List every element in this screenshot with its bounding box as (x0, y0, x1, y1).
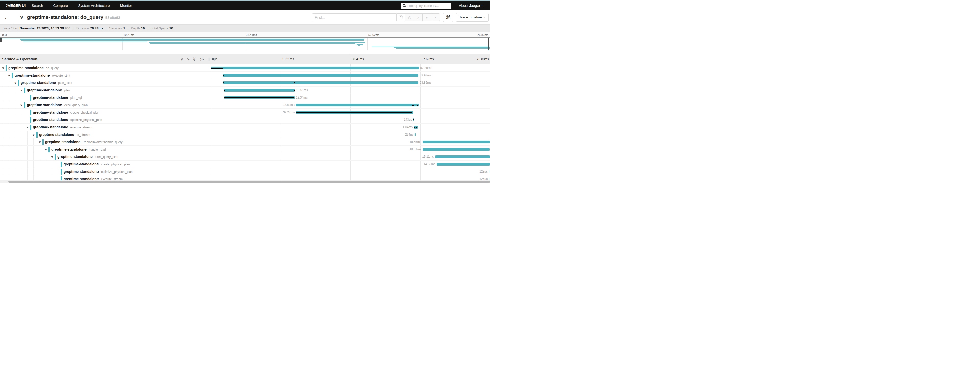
back-button[interactable]: ← (0, 10, 14, 24)
span-collapse-chevron-icon[interactable]: ∨ (51, 153, 54, 161)
span-duration-bar[interactable] (435, 156, 490, 158)
span-duration-bar[interactable] (224, 89, 295, 92)
span-collapse-chevron-icon[interactable]: ∨ (26, 124, 29, 131)
span-service-name[interactable]: greptime-standaloneoptimize_physical_pla… (33, 116, 102, 124)
span-row[interactable]: greptime-standaloneoptimize_physical_pla… (0, 168, 490, 175)
service-operation-title: Service & Operation (2, 57, 38, 61)
minimap-right-scrubber-grip[interactable] (488, 38, 489, 42)
span-service-name[interactable]: greptime-standaloneexecute_stream (64, 175, 123, 180)
span-row[interactable]: greptime-standaloneexecute_stream126μs (0, 175, 490, 180)
indent-guide (3, 116, 3, 123)
nav-link-search[interactable]: Search (32, 3, 43, 8)
find-prev-button[interactable]: ∧ (414, 13, 423, 21)
span-operation-name: exec_query_plan (95, 155, 118, 159)
span-service-name[interactable]: greptime-standaloneexec_query_plan (57, 153, 118, 161)
trace-minimap[interactable] (0, 37, 490, 50)
span-service-name[interactable]: greptime-standaloneexec_query_plan (27, 101, 88, 109)
collapse-one-icon[interactable]: ∨ (180, 57, 183, 61)
minimap-right-scrubber[interactable] (488, 38, 489, 50)
span-collapse-chevron-icon[interactable]: ∨ (20, 101, 23, 109)
nav-link-monitor[interactable]: Monitor (120, 3, 132, 8)
trace-header: ← ∨ greptime-standalone: do_query58c6a62… (0, 10, 490, 24)
horizontal-scrollbar[interactable] (0, 180, 490, 183)
span-collapse-chevron-icon[interactable]: ∨ (38, 138, 41, 146)
span-duration-bar[interactable] (489, 170, 490, 173)
span-collapse-chevron-icon[interactable]: ∨ (2, 64, 5, 72)
navbar-right: About Jaeger ∨ (401, 3, 490, 9)
span-collapse-chevron-icon[interactable]: ∨ (32, 131, 35, 138)
scrollbar-thumb[interactable] (8, 181, 490, 183)
span-duration-bar[interactable] (223, 81, 418, 84)
span-duration-bar[interactable] (489, 178, 490, 180)
span-row[interactable]: ∨greptime-standaloneexec_query_plan15.11… (0, 153, 490, 161)
span-service-name[interactable]: greptime-standalonedo_query (8, 64, 59, 72)
span-collapse-chevron-icon[interactable]: ∨ (8, 72, 11, 79)
span-service-name[interactable]: greptime-standaloneto_stream (39, 131, 90, 138)
indent-guide (9, 79, 9, 86)
span-duration-bar[interactable] (423, 148, 490, 151)
span-collapse-chevron-icon[interactable]: ∨ (14, 79, 17, 86)
span-operation-name: handle_read (89, 148, 106, 151)
minimap-spacer (0, 50, 490, 54)
expand-one-icon[interactable]: ∨ (186, 58, 190, 61)
span-service-name[interactable]: greptime-standalonecreate_physical_plan (64, 161, 130, 168)
span-row[interactable]: ∨greptime-standaloneRegionInvoker::handl… (0, 138, 490, 146)
span-row[interactable]: ∨greptime-standalonehandle_read18.51ms (0, 146, 490, 153)
keyboard-shortcuts-button[interactable]: ⌘ (443, 13, 453, 22)
nav-link-system-architecture[interactable]: System Architecture (78, 3, 110, 8)
minimap-left-scrubber-grip[interactable] (0, 38, 2, 42)
span-row[interactable]: greptime-standaloneoptimize_physical_pla… (0, 116, 490, 124)
span-row[interactable]: ∨greptime-standaloneexecute_stream1.04ms (0, 124, 490, 131)
indent-guide (46, 168, 46, 175)
span-service-name[interactable]: greptime-standaloneoptimize_physical_pla… (64, 168, 133, 176)
span-service-name[interactable]: greptime-standaloneRegionInvoker::handle… (45, 138, 123, 146)
span-row[interactable]: ∨greptime-standaloneexecute_stmt53.93ms (0, 72, 490, 79)
about-jaeger-menu[interactable]: About Jaeger ∨ (459, 3, 484, 8)
jaeger-logo[interactable]: JAEGER UI (0, 3, 32, 8)
minimap-left-scrubber[interactable] (1, 38, 1, 50)
span-service-name[interactable]: greptime-standalonehandle_read (51, 146, 106, 153)
span-duration-bar[interactable] (437, 163, 490, 165)
span-row[interactable]: ∨greptime-standaloneexec_query_plan33.89… (0, 101, 490, 109)
span-row[interactable]: greptime-standalonecreate_physical_plan1… (0, 161, 490, 168)
collapse-all-icon[interactable]: ≫ (193, 57, 197, 61)
span-operation-name: execute_stream (70, 126, 92, 129)
span-duration-bar[interactable] (223, 74, 418, 77)
service-color-bar (30, 110, 32, 115)
span-collapse-chevron-icon[interactable]: ∨ (20, 86, 23, 94)
critical-path-segment (223, 83, 224, 84)
find-focus-button[interactable]: ◎ (405, 13, 414, 21)
column-resize-grip[interactable]: || (208, 57, 210, 61)
meta-label: Duration (76, 26, 89, 30)
span-row[interactable]: ∨greptime-standaloneto_stream264μs (0, 131, 490, 138)
span-duration-bar[interactable] (423, 141, 490, 143)
span-service-name[interactable]: greptime-standalonecreate_physical_plan (33, 109, 99, 116)
span-service-name[interactable]: greptime-standaloneexecute_stream (33, 124, 92, 131)
span-row[interactable]: greptime-standaloneplan_sql19.34ms (0, 94, 490, 101)
span-service-name[interactable]: greptime-standaloneplan (27, 86, 70, 94)
span-row[interactable]: greptime-standalonecreate_physical_plan3… (0, 109, 490, 116)
collapse-trace-detail-chevron[interactable]: ∨ (19, 14, 24, 20)
find-clear-button[interactable]: × (431, 13, 440, 21)
span-service-name[interactable]: greptime-standaloneplan_exec (21, 79, 72, 87)
trace-view-selector[interactable]: Trace Timeline ∨ (456, 13, 489, 22)
span-duration-bar[interactable] (296, 103, 419, 107)
span-row[interactable]: ∨greptime-standaloneplan19.51ms (0, 86, 490, 94)
find-input[interactable] (312, 13, 396, 21)
span-row[interactable]: ∨greptime-standalonedo_query57.28ms (0, 64, 490, 72)
find-help-button[interactable]: ? (396, 13, 405, 21)
span-collapse-chevron-icon[interactable]: ∨ (45, 146, 48, 153)
nav-link-compare[interactable]: Compare (53, 3, 68, 8)
span-row[interactable]: ∨greptime-standaloneplan_exec53.85ms (0, 79, 490, 86)
indent-guide (52, 175, 52, 180)
span-service-name[interactable]: greptime-standaloneexecute_stmt (14, 72, 70, 80)
service-operation-header: Service & Operation ∨ ∨ ≫ ≫ || (0, 54, 211, 64)
trace-lookup-input[interactable] (407, 4, 449, 8)
span-operation-name: create_physical_plan (70, 111, 99, 115)
span-service-name[interactable]: greptime-standaloneplan_sql (33, 94, 82, 102)
span-duration-bar[interactable] (211, 67, 419, 69)
find-next-button[interactable]: ∨ (423, 13, 431, 21)
indent-guide (9, 146, 9, 153)
expand-all-icon[interactable]: ≫ (200, 57, 204, 61)
trace-lookup-box[interactable] (401, 3, 451, 9)
